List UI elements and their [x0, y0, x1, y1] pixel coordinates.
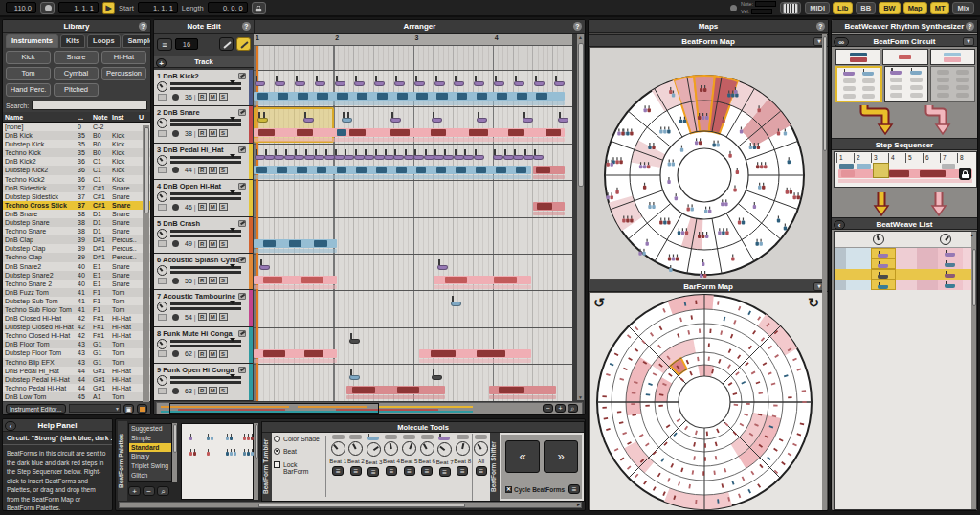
- barform-map[interactable]: ↺ ↻: [590, 293, 823, 511]
- track-r-button[interactable]: R: [198, 277, 207, 284]
- rotate-ccw-button[interactable]: ↺: [593, 295, 605, 310]
- table-row[interactable]: Dubstep Pedal Hi-Hat44G#1Hi-Hat: [3, 375, 150, 384]
- track-volume-slider[interactable]: [170, 376, 241, 385]
- track-color-swatch[interactable]: [158, 167, 167, 173]
- track-m-button[interactable]: M: [209, 240, 217, 248]
- library-send-button[interactable]: [137, 404, 147, 414]
- beat-knob[interactable]: [456, 441, 470, 456]
- track-preview-button[interactable]: [172, 130, 179, 137]
- track-s-button[interactable]: S: [219, 203, 228, 211]
- palette-item[interactable]: Suggested: [129, 424, 171, 434]
- library-scrollbar[interactable]: [143, 125, 149, 403]
- note-glyph[interactable]: [443, 149, 454, 162]
- track-knob[interactable]: [157, 118, 167, 128]
- pin-icon[interactable]: ▪: [971, 233, 973, 238]
- track-card[interactable]: 8 Funk Mute Hi Conga62|RMS: [154, 327, 253, 364]
- track-r-button[interactable]: R: [198, 387, 207, 394]
- beatweave-row[interactable]: [835, 269, 976, 280]
- minimap-zoom-button[interactable]: ⌕: [568, 404, 578, 413]
- track-color-swatch[interactable]: [158, 204, 167, 211]
- circuit-source-cell[interactable]: [835, 49, 880, 65]
- track-s-button[interactable]: S: [219, 350, 228, 358]
- table-row[interactable]: Dubstep Clap39D#1Percus...: [3, 244, 150, 253]
- note-glyph[interactable]: [477, 112, 487, 124]
- list-scrollbar[interactable]: ▪: [971, 232, 976, 509]
- search-input[interactable]: [32, 101, 147, 110]
- knob-menu-button[interactable]: ≡: [457, 466, 468, 476]
- arranger-vscrollbar[interactable]: ▲ ▼: [577, 34, 584, 400]
- track-brush-icon[interactable]: [238, 220, 246, 227]
- shift-next-button[interactable]: »: [544, 440, 578, 473]
- library-filter-hihat[interactable]: Hi-Hat: [101, 51, 146, 64]
- track-color-swatch[interactable]: [158, 314, 167, 321]
- library-filter-snare[interactable]: Snare: [54, 51, 99, 64]
- note-glyph[interactable]: [295, 76, 305, 88]
- beatform-glyph[interactable]: [910, 69, 923, 75]
- table-row[interactable]: Techno Blip EFX43G1Tom: [3, 358, 150, 367]
- track-volume-slider[interactable]: [170, 192, 241, 201]
- top-button-lib[interactable]: Lib: [833, 2, 853, 14]
- track-preview-button[interactable]: [172, 167, 179, 173]
- note-glyph[interactable]: [454, 149, 464, 162]
- play-button[interactable]: ▶: [102, 2, 115, 14]
- track-knob[interactable]: [157, 302, 167, 312]
- option-color-shade[interactable]: Color Shade: [274, 436, 323, 443]
- add-track-button[interactable]: +: [156, 58, 167, 68]
- track-knob[interactable]: [157, 339, 167, 349]
- scroll-right-icon[interactable]: ►: [576, 502, 581, 507]
- track-preview-button[interactable]: [172, 204, 179, 211]
- palette-add-button[interactable]: +: [128, 486, 141, 496]
- note-edit-help-icon[interactable]: ?: [242, 22, 251, 31]
- track-color-swatch[interactable]: [158, 388, 167, 394]
- table-row[interactable]: Techno Closed Hi-Hat42F#1Hi-Hat: [3, 331, 150, 340]
- track-brush-icon[interactable]: [238, 109, 246, 116]
- track-brush-icon[interactable]: [238, 183, 246, 190]
- note-glyph[interactable]: [364, 149, 374, 162]
- beatform-map-svg[interactable]: [590, 48, 823, 279]
- cycle-beatforms-checkbox[interactable]: ✕: [505, 486, 512, 493]
- track-brush-icon[interactable]: [238, 367, 246, 373]
- track-brush-icon[interactable]: [238, 293, 246, 300]
- table-row[interactable]: Techno Kick236C1Kick: [3, 175, 150, 184]
- note-glyph[interactable]: [534, 76, 545, 88]
- scroll-up-icon[interactable]: ▲: [577, 34, 584, 40]
- library-column-2[interactable]: Note: [91, 112, 110, 122]
- track-s-button[interactable]: S: [219, 167, 228, 174]
- library-filter-kick[interactable]: Kick: [6, 51, 51, 64]
- note-glyph[interactable]: [393, 149, 404, 162]
- palette-search-button[interactable]: ⌕: [157, 486, 169, 496]
- note-edit-menu-button[interactable]: ≡: [157, 38, 172, 51]
- note-glyph[interactable]: [533, 149, 544, 162]
- note-glyph[interactable]: [558, 112, 568, 124]
- track-color-swatch[interactable]: [158, 130, 167, 137]
- track-knob[interactable]: [157, 265, 167, 276]
- knob-menu-button[interactable]: ≡: [439, 467, 451, 477]
- note-glyph[interactable]: [432, 369, 442, 382]
- circuit-source-cell[interactable]: [930, 49, 975, 65]
- track-m-button[interactable]: M: [209, 387, 217, 394]
- track-s-button[interactable]: S: [219, 240, 228, 248]
- table-row[interactable]: DnB Snare240E1Snare: [3, 262, 150, 271]
- beat-knob[interactable]: [367, 442, 381, 457]
- note-strip[interactable]: [254, 166, 531, 174]
- track-color-swatch[interactable]: [158, 278, 167, 284]
- note-glyph[interactable]: [503, 149, 514, 162]
- top-button-bb[interactable]: BB: [856, 2, 876, 14]
- library-column-0[interactable]: Name: [3, 112, 76, 122]
- note-glyph[interactable]: [374, 149, 385, 162]
- note-glyph[interactable]: [334, 149, 345, 162]
- track-volume-slider[interactable]: [170, 302, 241, 311]
- table-row[interactable]: Dubstep Snare38D1Snare: [3, 218, 150, 227]
- radio-icon[interactable]: [274, 436, 280, 442]
- note-glyph[interactable]: [523, 149, 534, 162]
- step-cell[interactable]: [857, 164, 871, 169]
- note-glyph[interactable]: [257, 112, 268, 124]
- track-color-swatch[interactable]: [158, 350, 167, 357]
- library-table-header[interactable]: Name... ▲NoteInstU: [3, 112, 150, 123]
- track-s-button[interactable]: S: [219, 93, 228, 101]
- library-filter-pitched[interactable]: Pitched: [54, 83, 99, 97]
- track-knob[interactable]: [157, 229, 167, 239]
- table-row[interactable]: DnB Floor Tom43G1Tom: [3, 340, 150, 348]
- note-glyph[interactable]: [354, 76, 365, 88]
- scroll-down-icon[interactable]: ▼: [577, 394, 584, 400]
